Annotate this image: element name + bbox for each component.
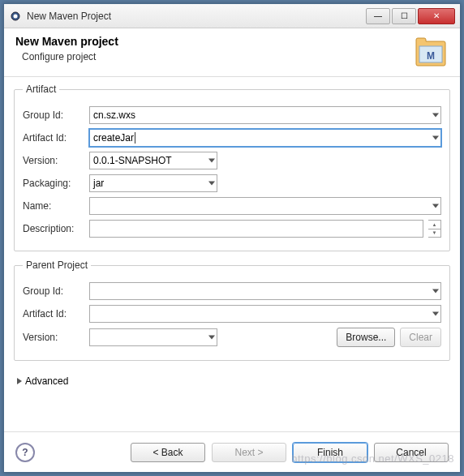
back-button[interactable]: < Back — [131, 443, 205, 462]
finish-button[interactable]: Finish — [293, 443, 367, 462]
app-icon — [9, 10, 22, 23]
chevron-down-icon — [432, 204, 439, 208]
chevron-down-icon — [432, 289, 439, 294]
description-label: Description: — [23, 223, 84, 234]
chevron-down-icon — [432, 136, 439, 140]
browse-button[interactable]: Browse... — [337, 328, 395, 347]
parent-version-label: Version: — [23, 332, 84, 343]
button-bar: ? < Back Next > Finish Cancel — [4, 431, 460, 472]
artifact-legend: Artifact — [23, 84, 59, 95]
artifact-id-input[interactable]: createJar — [89, 129, 441, 147]
name-label: Name: — [23, 200, 84, 212]
parent-artifact-id-input[interactable] — [89, 305, 441, 323]
parent-legend: Parent Project — [23, 259, 91, 271]
text-cursor — [135, 132, 135, 144]
chevron-down-icon — [432, 312, 439, 316]
advanced-toggle[interactable]: Advanced — [14, 369, 450, 393]
expand-icon — [17, 378, 22, 384]
parent-group-id-input[interactable] — [89, 282, 441, 300]
chevron-down-icon — [432, 114, 439, 118]
window-buttons: — ☐ ✕ — [366, 8, 455, 24]
parent-group: Parent Project Group Id: Artifact Id: Ve… — [14, 259, 450, 361]
minimize-button[interactable]: — — [366, 8, 390, 24]
svg-text:M: M — [427, 50, 435, 62]
artifact-id-label: Artifact Id: — [23, 132, 84, 144]
titlebar[interactable]: New Maven Project — ☐ ✕ — [4, 4, 460, 28]
help-icon[interactable]: ? — [15, 443, 35, 462]
description-input[interactable] — [89, 220, 423, 238]
chevron-down-icon — [208, 159, 215, 163]
packaging-input[interactable]: jar — [89, 174, 217, 192]
parent-group-id-label: Group Id: — [23, 285, 84, 297]
group-id-input[interactable]: cn.sz.wxs — [89, 106, 441, 124]
artifact-group: Artifact Group Id: cn.sz.wxs Artifact Id… — [14, 84, 450, 251]
page-subtitle: Configure project — [15, 51, 413, 62]
spinner-up-icon[interactable]: ▲ — [428, 221, 440, 229]
advanced-label: Advanced — [25, 375, 68, 387]
name-input[interactable] — [89, 197, 441, 215]
content-area: Artifact Group Id: cn.sz.wxs Artifact Id… — [4, 77, 460, 431]
spinner-down-icon[interactable]: ▼ — [428, 229, 440, 238]
packaging-label: Packaging: — [23, 178, 84, 189]
svg-point-1 — [14, 14, 18, 18]
group-id-label: Group Id: — [23, 109, 84, 121]
parent-artifact-id-label: Artifact Id: — [23, 308, 84, 319]
chevron-down-icon — [208, 336, 215, 340]
description-spinner[interactable]: ▲▼ — [428, 220, 441, 238]
cancel-button[interactable]: Cancel — [374, 443, 449, 462]
clear-button[interactable]: Clear — [400, 328, 441, 347]
parent-version-input[interactable] — [89, 328, 217, 346]
maven-icon: M — [413, 35, 449, 67]
version-input[interactable]: 0.0.1-SNAPSHOT — [89, 152, 217, 169]
dialog-window: New Maven Project — ☐ ✕ New Maven projec… — [3, 3, 461, 473]
close-button[interactable]: ✕ — [418, 8, 455, 24]
page-title: New Maven project — [15, 35, 413, 48]
next-button[interactable]: Next > — [212, 443, 286, 462]
wizard-header: New Maven project Configure project M — [4, 28, 460, 77]
chevron-down-icon — [208, 182, 215, 186]
maximize-button[interactable]: ☐ — [392, 8, 416, 24]
window-title: New Maven Project — [27, 11, 366, 22]
version-label: Version: — [23, 155, 84, 166]
